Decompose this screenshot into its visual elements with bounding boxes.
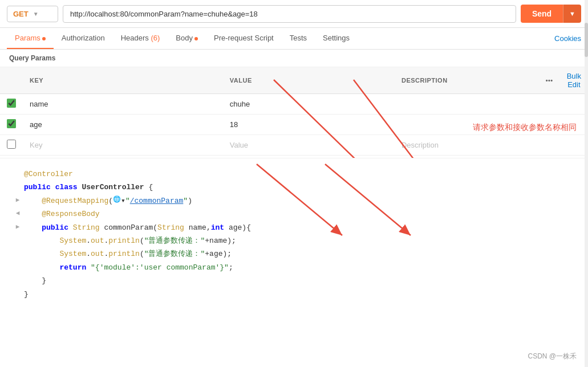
code-line-10: } — [11, 288, 577, 301]
code-token: System — [59, 247, 86, 260]
col-desc-header: DESCRIPTION — [395, 67, 539, 94]
params-table: KEY VALUE DESCRIPTION ••• Bulk Edit name… — [0, 67, 588, 156]
code-token: println — [108, 247, 140, 260]
tabs-bar: Params Authorization Headers (6) Body Pr… — [0, 28, 588, 50]
code-token: class — [55, 181, 78, 194]
globe-icon: 🌐 — [113, 194, 121, 206]
code-area: @Controller public class UserController … — [0, 158, 588, 310]
code-token: @Controller — [24, 168, 73, 181]
code-token: ( — [108, 194, 113, 207]
gutter-3: ▶ — [11, 194, 24, 206]
code-token: "{'module':'user commonParam'}" — [91, 261, 229, 274]
gutter-2 — [11, 181, 24, 181]
code-token: /commonParam — [130, 194, 184, 207]
code-token: System — [59, 234, 86, 247]
row2-value: 18 — [230, 120, 238, 129]
tab-tests[interactable]: Tests — [282, 28, 315, 49]
code-line-9: } — [11, 274, 577, 287]
code-token: ; — [229, 261, 233, 274]
code-token: " — [125, 194, 130, 207]
top-bar: GET ▼ Send ▼ — [0, 0, 588, 28]
col-check — [0, 67, 23, 94]
code-line-2: public class UserController { — [11, 181, 577, 194]
code-line-3: ▶ @RequestMapping ( 🌐 ▾ " /commonParam "… — [11, 194, 577, 207]
gutter-7 — [11, 247, 24, 248]
row3-desc: Description — [402, 141, 439, 149]
code-token: . — [86, 234, 91, 247]
row3-value: Value — [230, 141, 248, 149]
code-token: int — [211, 221, 224, 234]
send-button[interactable]: Send — [521, 5, 563, 23]
gutter-9 — [11, 274, 24, 275]
code-token: ( — [140, 234, 144, 247]
tab-prerequest[interactable]: Pre-request Script — [206, 28, 282, 49]
code-token: +name); — [205, 234, 236, 247]
code-token: } — [42, 274, 46, 287]
code-token: String — [157, 221, 184, 234]
code-line-1: @Controller — [11, 168, 577, 181]
row3-checkbox[interactable] — [7, 140, 16, 149]
params-dot — [42, 37, 46, 40]
code-token: ) — [188, 194, 192, 207]
gutter-8 — [11, 261, 24, 262]
code-line-8: return "{'module':'user commonParam'}" ; — [11, 261, 577, 274]
method-label: GET — [13, 10, 29, 18]
row1-value: chuhe — [230, 100, 250, 108]
annotation-text: 请求参数和接收参数名称相同 — [473, 123, 577, 133]
method-select[interactable]: GET ▼ — [7, 6, 58, 22]
code-token: public — [42, 221, 68, 234]
code-token: { — [144, 181, 153, 194]
query-params-label: Query Params — [0, 50, 588, 67]
code-token: public — [24, 181, 51, 194]
row1-checkbox[interactable] — [7, 99, 16, 108]
gutter-10 — [11, 288, 24, 288]
scrollbar[interactable] — [585, 0, 588, 367]
code-token: " — [183, 194, 188, 207]
gutter-5: ▶ — [11, 221, 24, 233]
code-token: return — [59, 261, 86, 274]
code-token: . — [86, 247, 91, 260]
code-token: @ResponseBody — [42, 207, 99, 221]
row2-key: age — [30, 120, 42, 129]
code-token: "普通参数传递：" — [144, 247, 205, 260]
code-token: . — [104, 247, 108, 260]
tab-settings[interactable]: Settings — [315, 28, 358, 49]
code-line-5: ▶ public String commonParam( String name… — [11, 221, 577, 234]
code-token: name, — [189, 221, 211, 234]
watermark: CSDN @一株禾 — [528, 352, 577, 361]
tab-body[interactable]: Body — [168, 28, 206, 49]
table-row: name chuhe — [0, 94, 588, 115]
tab-authorization[interactable]: Authorization — [54, 28, 113, 49]
code-token: "普通参数传递：" — [144, 234, 205, 247]
col-opts-header: ••• — [539, 67, 560, 94]
send-button-group: Send ▼ — [521, 5, 581, 23]
code-token: out — [91, 247, 104, 260]
code-token: String — [73, 221, 100, 234]
code-line-6: System . out . println ( "普通参数传递：" +name… — [11, 234, 577, 247]
code-token: @RequestMapping — [42, 194, 108, 207]
code-token: } — [24, 288, 29, 301]
code-token: UserController — [82, 181, 144, 194]
cookies-link[interactable]: Cookies — [554, 28, 581, 48]
scrollbar-thumb[interactable] — [585, 23, 588, 57]
gutter-4: ◀ — [11, 207, 24, 219]
method-chevron-icon: ▼ — [33, 11, 39, 17]
send-arrow-button[interactable]: ▼ — [563, 5, 581, 23]
code-token: age){ — [229, 221, 251, 234]
tab-params[interactable]: Params — [7, 28, 54, 49]
row2-checkbox[interactable] — [7, 119, 16, 128]
gutter-6 — [11, 234, 24, 235]
body-dot — [194, 37, 198, 40]
code-token: println — [108, 234, 140, 247]
code-token: out — [91, 234, 104, 247]
col-value-header: VALUE — [223, 67, 395, 94]
code-token: ( — [140, 247, 144, 260]
col-key-header: KEY — [23, 67, 223, 94]
code-token: +age); — [205, 247, 232, 260]
url-input[interactable] — [63, 5, 516, 23]
row3-key: Key — [30, 141, 42, 149]
table-row-placeholder: Key Value Description — [0, 135, 588, 156]
bulk-edit-button[interactable]: Bulk Edit — [560, 67, 588, 94]
tab-headers[interactable]: Headers (6) — [113, 28, 168, 49]
code-line-7: System . out . println ( "普通参数传递：" +age)… — [11, 247, 577, 260]
